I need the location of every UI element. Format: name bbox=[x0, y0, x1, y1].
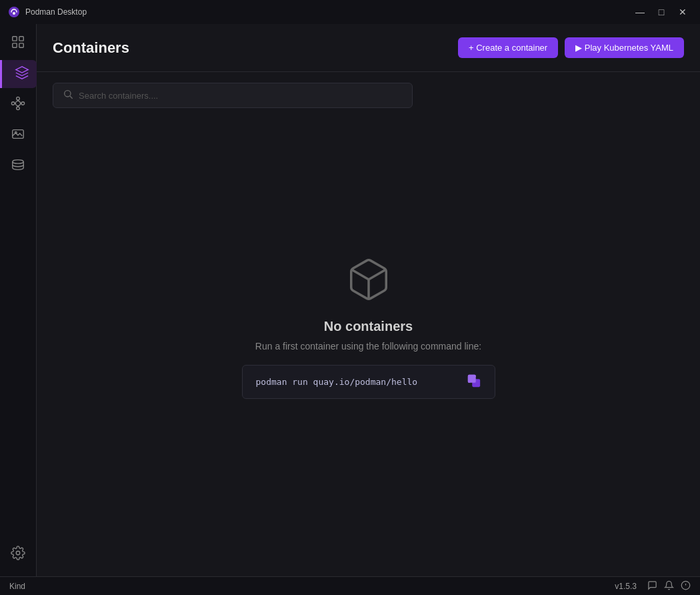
maximize-button[interactable]: □ bbox=[652, 3, 671, 21]
volumes-icon bbox=[11, 157, 25, 175]
empty-title: No containers bbox=[324, 319, 413, 334]
images-icon bbox=[11, 127, 25, 144]
sidebar-item-volumes[interactable] bbox=[4, 152, 32, 180]
svg-rect-2 bbox=[13, 37, 17, 41]
page-title: Containers bbox=[53, 39, 129, 57]
svg-point-8 bbox=[21, 102, 25, 105]
play-kubernetes-button[interactable]: ▶ Play Kubernetes YAML bbox=[565, 37, 684, 58]
chat-icon[interactable] bbox=[647, 580, 657, 592]
svg-point-6 bbox=[15, 101, 20, 105]
svg-rect-5 bbox=[19, 43, 23, 47]
content-header: Containers + Create a container ▶ Play K… bbox=[37, 24, 700, 72]
command-text: podman run quay.io/podman/hello bbox=[256, 377, 418, 387]
empty-subtitle: Run a first container using the followin… bbox=[255, 341, 481, 352]
container-icon bbox=[15, 65, 29, 83]
svg-rect-3 bbox=[19, 37, 23, 41]
sidebar-item-dashboard[interactable] bbox=[4, 29, 32, 57]
search-bar bbox=[53, 83, 413, 108]
svg-rect-4 bbox=[13, 43, 17, 47]
svg-point-7 bbox=[11, 102, 15, 105]
bell-icon[interactable] bbox=[664, 580, 674, 592]
svg-point-9 bbox=[17, 97, 20, 100]
sidebar-item-containers[interactable] bbox=[0, 60, 37, 88]
svg-point-18 bbox=[16, 551, 20, 555]
search-bar-container bbox=[37, 72, 700, 119]
status-kind: Kind bbox=[9, 582, 25, 591]
status-bar: Kind v1.5.3 bbox=[0, 576, 700, 595]
close-button[interactable]: ✕ bbox=[673, 3, 692, 21]
svg-point-1 bbox=[13, 12, 15, 15]
title-bar: Podman Desktop — □ ✕ bbox=[0, 0, 700, 24]
create-container-button[interactable]: + Create a container bbox=[458, 37, 558, 58]
header-buttons: + Create a container ▶ Play Kubernetes Y… bbox=[458, 37, 684, 58]
app-title: Podman Desktop bbox=[25, 7, 87, 17]
copy-command-button[interactable] bbox=[467, 374, 481, 390]
svg-point-19 bbox=[65, 91, 71, 97]
sidebar-item-settings[interactable] bbox=[4, 540, 32, 568]
grid-icon bbox=[11, 35, 25, 52]
app-logo-icon bbox=[8, 6, 20, 18]
sidebar bbox=[0, 24, 37, 576]
svg-line-20 bbox=[70, 96, 73, 99]
main-content: Containers + Create a container ▶ Play K… bbox=[37, 24, 700, 576]
svg-point-10 bbox=[17, 107, 20, 110]
sidebar-item-images[interactable] bbox=[4, 121, 32, 149]
gear-icon bbox=[11, 546, 25, 563]
pods-icon bbox=[11, 96, 25, 113]
copy-icon bbox=[467, 374, 481, 390]
search-icon bbox=[63, 89, 73, 102]
search-input[interactable] bbox=[79, 91, 403, 101]
minimize-button[interactable]: — bbox=[631, 3, 649, 21]
sidebar-item-pods[interactable] bbox=[4, 91, 32, 119]
status-icons bbox=[647, 580, 691, 592]
status-version: v1.5.3 bbox=[615, 582, 637, 591]
command-code-block: podman run quay.io/podman/hello bbox=[242, 365, 495, 399]
svg-point-17 bbox=[13, 160, 24, 164]
info-icon[interactable] bbox=[681, 580, 691, 592]
svg-rect-23 bbox=[467, 375, 475, 383]
empty-state: No containers Run a first container usin… bbox=[37, 119, 700, 576]
box-icon bbox=[345, 256, 392, 306]
